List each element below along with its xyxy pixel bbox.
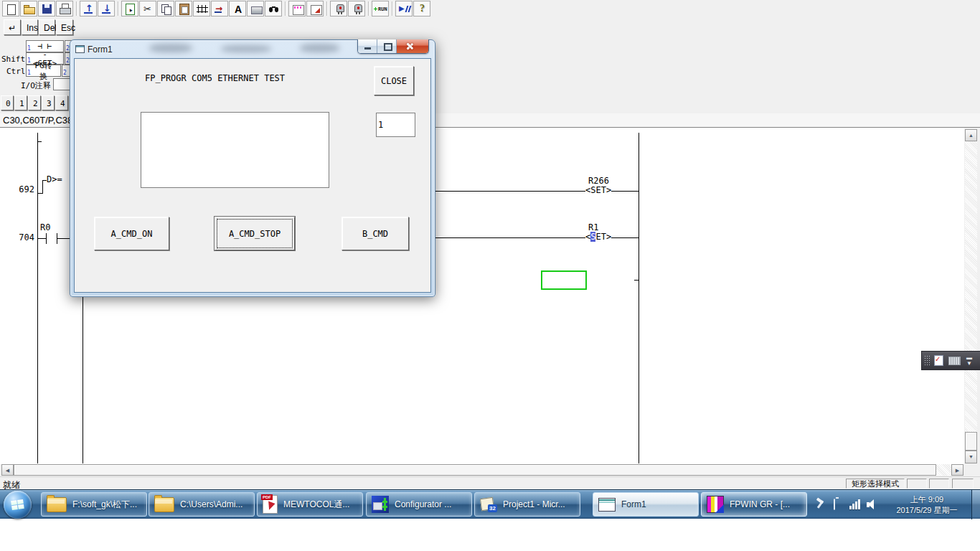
select-mode-icon[interactable] (121, 1, 138, 17)
ime-language-bar[interactable]: ▬▼ (921, 351, 980, 370)
vscroll-up-button[interactable]: ▲ (965, 129, 977, 141)
taskbar-item-explorer-2[interactable]: C:\Users\Admi... (149, 492, 255, 517)
number-button-2[interactable]: 2 (28, 95, 41, 110)
clock-date: 2017/5/29 星期一 (887, 505, 967, 516)
ins-key-button[interactable]: Ins (22, 19, 38, 35)
number-button-4[interactable]: 4 (55, 95, 68, 110)
screen: ↵ Ins Del Esc ⊣ ⊢1 2 Shift -<SET>1 2 Ctr… (0, 0, 980, 551)
ime-keyboard-icon[interactable] (948, 357, 961, 365)
download-from-plc-icon[interactable] (98, 1, 115, 17)
rung-number: 704 (17, 233, 34, 242)
taskbar-item-pdf[interactable]: MEWTOCOL通... (257, 492, 363, 517)
toolbar-separator (118, 1, 118, 16)
plc-mode-prog-icon[interactable] (330, 1, 347, 17)
comment-icon[interactable] (247, 1, 264, 17)
ladder-rail-tick (634, 280, 639, 281)
compare-op-label: D>= (47, 175, 62, 184)
taskbar-item-form1[interactable]: Form1 (593, 492, 699, 517)
save-icon[interactable] (38, 1, 55, 17)
ladder-wire (57, 238, 70, 239)
vscroll-track[interactable] (965, 141, 977, 451)
maximize-button[interactable] (377, 39, 397, 53)
taskbar-item-label: Configurator ... (395, 499, 451, 509)
taskbar-item-label: F:\soft_gk\松下... (72, 499, 137, 511)
taskbar-item-explorer-1[interactable]: F:\soft_gk\松下... (41, 492, 147, 517)
ladder-instruction-icon[interactable] (193, 1, 210, 17)
vscroll-thumb[interactable] (965, 432, 977, 451)
form-heading-label: FP_PROGR COM5 ETHERNET TEST (145, 73, 285, 83)
ime-drag-handle[interactable] (924, 355, 930, 366)
run-mode-icon[interactable] (372, 1, 389, 17)
tray-battery-icon[interactable] (834, 499, 835, 510)
windows-logo-icon (11, 499, 24, 511)
toolbar-separator (326, 1, 327, 16)
status-cell (952, 479, 974, 489)
start-button[interactable] (4, 491, 32, 519)
hscroll-left-button[interactable]: ◀ (1, 464, 14, 476)
ladder-wire (37, 238, 46, 239)
fkey-pg-label: PG转换 (31, 60, 56, 82)
enter-key-button[interactable]: ↵ (4, 19, 21, 35)
data-monitor-icon[interactable] (306, 1, 324, 17)
esc-key-button[interactable]: Esc (56, 19, 73, 35)
taskbar-item-label: Form1 (621, 499, 646, 509)
device-type-text: C30,C60T/P,C38 (3, 115, 72, 126)
show-desktop-button[interactable] (971, 490, 980, 519)
vb-form-icon (598, 498, 616, 512)
form-client-area: FP_PROGR COM5 ETHERNET TEST CLOSE A_CMD_… (74, 58, 431, 293)
plc-mode-run-icon[interactable] (348, 1, 365, 17)
tray-volume-icon[interactable] (867, 499, 878, 510)
cut-icon[interactable] (139, 1, 156, 17)
number-button-1[interactable]: 1 (14, 95, 27, 110)
hscroll-right-button[interactable]: ▶ (951, 464, 963, 476)
copy-icon[interactable] (157, 1, 174, 17)
number-button-0[interactable]: 0 (1, 95, 14, 110)
number-button-3[interactable]: 3 (42, 95, 55, 110)
fkey-pg-button[interactable]: PG转换1 (26, 65, 61, 77)
taskbar-item-vb-project[interactable]: Project1 - Micr... (474, 492, 580, 517)
tray-tool-icon[interactable] (815, 499, 825, 509)
a-cmd-on-button[interactable]: A_CMD_ON (94, 217, 169, 250)
ime-document-icon[interactable] (934, 355, 943, 366)
close-button[interactable]: CLOSE (374, 66, 414, 95)
ime-minimize-icon[interactable]: ▬▼ (966, 355, 972, 367)
b-cmd-button[interactable]: B_CMD (341, 217, 409, 250)
close-window-button[interactable] (397, 39, 428, 53)
monitor-toggle-icon[interactable] (395, 1, 413, 17)
tray-network-signal-icon[interactable] (849, 499, 861, 509)
taskbar-item-label: Project1 - Micr... (503, 499, 565, 509)
value-field[interactable] (376, 113, 415, 137)
help-icon[interactable] (413, 1, 430, 17)
print-icon[interactable] (56, 1, 73, 17)
text-input-icon[interactable] (229, 1, 246, 17)
taskbar-item-fpwin[interactable]: FPWIN GR - [... (701, 492, 807, 517)
configurator-icon (372, 496, 389, 513)
pdf-icon (263, 495, 278, 514)
status-cell (907, 479, 927, 489)
open-file-icon[interactable] (20, 1, 37, 17)
ladder-right-rail (639, 133, 639, 463)
titlebar-glass-blob (149, 44, 192, 52)
hscroll-thumb[interactable] (14, 464, 936, 476)
caption-button-group (357, 39, 429, 54)
fpwin-icon (707, 496, 724, 513)
vscroll-down-button[interactable]: ▼ (965, 451, 977, 463)
taskbar-item-configurator[interactable]: Configurator ... (366, 492, 472, 517)
minimize-button[interactable] (358, 39, 377, 53)
ctrl-label: Ctrl (6, 67, 26, 76)
folder-icon (47, 497, 67, 512)
taskbar-item-label: MEWTOCOL通... (283, 499, 349, 511)
taskbar: F:\soft_gk\松下... C:\Users\Admi... MEWTOC… (0, 489, 980, 519)
output-textbox[interactable] (141, 112, 329, 188)
a-cmd-stop-button[interactable]: A_CMD_STOP (215, 217, 295, 250)
wire-instruction-icon[interactable] (211, 1, 228, 17)
status-mode-cell: 矩形选择模式 (846, 479, 905, 489)
taskbar-clock[interactable]: 上午 9:09 2017/5/29 星期一 (887, 491, 967, 518)
ladder-monitor-icon[interactable] (288, 1, 306, 17)
del-key-button[interactable]: Del (39, 19, 55, 35)
main-toolbar (0, 0, 980, 17)
upload-to-plc-icon[interactable] (80, 1, 97, 17)
new-file-icon[interactable] (2, 1, 19, 17)
find-icon[interactable] (265, 1, 282, 17)
paste-icon[interactable] (175, 1, 192, 17)
